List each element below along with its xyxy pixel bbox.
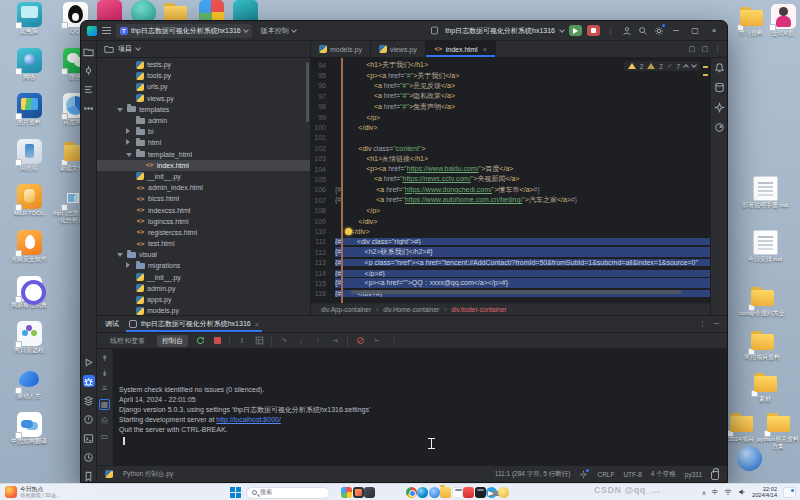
database-icon[interactable]	[714, 82, 725, 93]
taskbar-app-chrome[interactable]	[406, 487, 417, 498]
tree-item-test.html[interactable]: <>test.html	[97, 238, 310, 249]
console-output[interactable]: System check identified no issues (0 sil…	[113, 349, 727, 465]
breadcrumb-item[interactable]: div.App-container	[321, 306, 371, 313]
taskbar-app-yellow[interactable]	[498, 487, 509, 498]
main-menu-icon[interactable]	[102, 27, 111, 34]
taskbar-app-telegram[interactable]	[486, 487, 497, 498]
tree-open-arrow-icon[interactable]	[117, 106, 124, 113]
desktop-icon[interactable]: 部署说明手册.md	[742, 176, 788, 209]
folder-icon[interactable]	[83, 45, 95, 57]
intention-bulb-icon[interactable]	[345, 228, 352, 235]
tree-item-admin.py[interactable]: admin.py	[97, 283, 310, 294]
taskbar-app-qq[interactable]	[452, 487, 463, 498]
desktop-icon[interactable]: 今日安排.md	[742, 230, 788, 263]
tree-item-views.py[interactable]: views.py	[97, 93, 310, 104]
caret-position[interactable]: 111:1 (284 字符, 5 行断行)	[495, 470, 571, 479]
run-config-name[interactable]: thp日志数据可视化分析系统hx1316	[445, 26, 555, 36]
lock-icon[interactable]	[711, 471, 719, 480]
commit-icon[interactable]	[83, 64, 95, 76]
tree-item-logincss.html[interactable]: <>logincss.html	[97, 216, 310, 227]
tab-models.py[interactable]: models.py	[311, 41, 371, 57]
tab-console[interactable]: 控制台	[157, 335, 188, 347]
tree-item-visual[interactable]: visual	[97, 249, 310, 260]
split-editor-icon[interactable]: ▢	[689, 45, 696, 53]
project-selector[interactable]: T thp日志数据可视化分析系统hx1316	[116, 24, 252, 38]
tree-item-tests.py[interactable]: tests.py	[97, 59, 310, 70]
run-to-cursor-button[interactable]: ⇥	[330, 336, 340, 346]
run-icon[interactable]	[83, 356, 95, 368]
desktop-icon[interactable]: 全民K歌	[760, 4, 800, 37]
tree-open-arrow-icon[interactable]	[117, 251, 124, 258]
tab-index.html[interactable]: <>index.html×	[426, 41, 496, 57]
debug-session-tab[interactable]: thp日志数据可视化分析系统hx1316 ×	[126, 316, 262, 332]
print-icon[interactable]: ⎙	[101, 416, 107, 426]
desktop-icon[interactable]: 此电脑	[6, 2, 52, 35]
taskbar-app-edge[interactable]	[417, 487, 428, 498]
services-icon[interactable]	[83, 394, 95, 406]
problems-icon[interactable]	[83, 413, 95, 425]
desktop-icon[interactable]: 网络	[6, 48, 52, 81]
file-encoding[interactable]: UTF-8	[623, 471, 641, 478]
tree-item-__init__.py[interactable]: __init__.py	[97, 171, 310, 182]
desktop-icon[interactable]: 网易有道词典	[6, 276, 52, 309]
indent-style[interactable]: 4 个空格	[651, 470, 676, 479]
scroll-to-top-icon[interactable]: ↟	[101, 354, 108, 363]
search-box[interactable]: 搜索	[246, 487, 330, 499]
maximize-button[interactable]: ▢	[688, 25, 702, 37]
tree-item-__init__.py[interactable]: __init__.py	[97, 272, 310, 283]
line-separator[interactable]: CRLF	[597, 471, 614, 478]
tree-item-html[interactable]: html	[97, 137, 310, 148]
settings-button[interactable]	[653, 25, 664, 36]
structure-icon[interactable]	[83, 83, 95, 95]
desktop-icon[interactable]: 图片资料	[6, 93, 52, 126]
desktop-icon[interactable]: con命令规则大全	[739, 284, 785, 317]
desktop-icon[interactable]: 中国知网翻译	[6, 412, 52, 445]
desktop-icon[interactable]: 常用项目资料	[739, 328, 785, 361]
debug-icon[interactable]	[83, 375, 95, 387]
news-widget[interactable]: 今日热点 动画新闻 | 30达…	[0, 484, 66, 500]
breadcrumb-item[interactable]: div.footer-container	[451, 306, 506, 313]
editor-layout-icon[interactable]: ▢	[701, 45, 708, 53]
profiler-icon[interactable]	[83, 451, 95, 463]
desktop-icon[interactable]: 火绒安全软件	[6, 230, 52, 263]
gradle-icon[interactable]	[714, 122, 725, 133]
tree-open-arrow-icon[interactable]	[126, 151, 133, 158]
tree-item-templates[interactable]: templates	[97, 104, 310, 115]
tree-scrollbar[interactable]	[306, 62, 309, 122]
more-icon[interactable]: ⋮	[389, 336, 399, 346]
tree-item-indexcss.html[interactable]: <>indexcss.html	[97, 204, 310, 215]
settings-gear-icon[interactable]	[579, 470, 588, 479]
run-button[interactable]	[569, 25, 582, 36]
soft-wrap-icon[interactable]: ≡	[102, 384, 107, 393]
taskbar-app-photos[interactable]	[364, 487, 375, 498]
tree-item-bi[interactable]: bi	[97, 126, 310, 137]
project-tool-header[interactable]: 项目	[97, 41, 311, 57]
tree-item-registercss.html[interactable]: <>registercss.html	[97, 227, 310, 238]
rerun-button[interactable]	[195, 336, 205, 346]
more-icon[interactable]: ⋮	[714, 45, 721, 53]
more-icon[interactable]	[83, 102, 95, 114]
step-out-button[interactable]: ↑	[313, 336, 323, 346]
tree-item-urls.py[interactable]: urls.py	[97, 81, 310, 92]
breadcrumb-item[interactable]: div.Home-container	[383, 306, 439, 313]
close-button[interactable]: ×	[707, 25, 721, 37]
tree-item-index.html[interactable]: <>index.html	[97, 160, 310, 171]
tree-item-admin_index.html[interactable]: <>admin_index.html	[97, 182, 310, 193]
clear-button[interactable]: ✂	[372, 336, 382, 346]
minimize-button[interactable]: ─	[669, 25, 683, 37]
taskbar-app-folder[interactable]	[440, 487, 451, 498]
desktop-icon[interactable]	[726, 446, 772, 472]
taskbar-app-pycharm[interactable]	[475, 487, 486, 498]
tree-item-models.py[interactable]: models.py	[97, 305, 310, 315]
close-tab-icon[interactable]: ×	[483, 46, 487, 53]
search-everywhere-button[interactable]	[637, 25, 648, 36]
taskbar-app-pen[interactable]	[353, 487, 364, 498]
tree-item-apps.py[interactable]: apps.py	[97, 294, 310, 305]
console-settings-icon[interactable]: ▦	[99, 399, 111, 410]
vcs-button[interactable]: 版本控制	[257, 24, 300, 38]
more-options-button[interactable]: ⋮	[605, 25, 616, 36]
close-icon[interactable]: ×	[255, 321, 259, 328]
volume-icon[interactable]	[738, 488, 746, 496]
tree-closed-arrow-icon[interactable]	[126, 128, 133, 135]
hide-panel-button[interactable]: ─	[714, 320, 719, 328]
